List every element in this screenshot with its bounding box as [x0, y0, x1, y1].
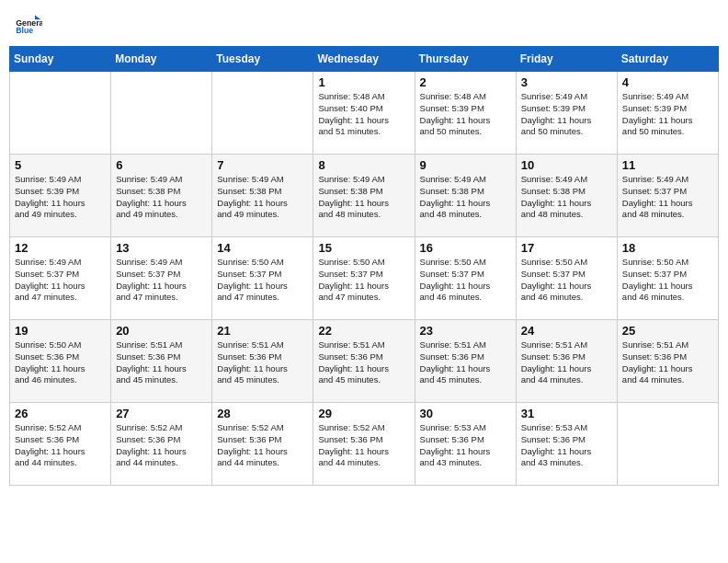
- day-number: 17: [521, 241, 612, 255]
- calendar-cell: 17Sunrise: 5:50 AMSunset: 5:37 PMDayligh…: [516, 237, 617, 320]
- day-number: 22: [318, 324, 409, 338]
- day-info: Sunrise: 5:49 AMSunset: 5:39 PMDaylight:…: [521, 91, 612, 138]
- calendar-cell: 27Sunrise: 5:52 AMSunset: 5:36 PMDayligh…: [111, 403, 212, 486]
- calendar-week-row: 5Sunrise: 5:49 AMSunset: 5:39 PMDaylight…: [10, 155, 719, 237]
- calendar-cell: 10Sunrise: 5:49 AMSunset: 5:38 PMDayligh…: [516, 155, 617, 237]
- day-info: Sunrise: 5:51 AMSunset: 5:36 PMDaylight:…: [116, 339, 207, 386]
- day-info: Sunrise: 5:52 AMSunset: 5:36 PMDaylight:…: [318, 422, 409, 469]
- day-number: 2: [420, 75, 511, 89]
- calendar-week-row: 1Sunrise: 5:48 AMSunset: 5:40 PMDaylight…: [10, 72, 719, 155]
- weekday-header: Friday: [516, 47, 617, 72]
- day-info: Sunrise: 5:48 AMSunset: 5:40 PMDaylight:…: [318, 91, 409, 138]
- calendar-cell: 1Sunrise: 5:48 AMSunset: 5:40 PMDaylight…: [313, 72, 415, 155]
- day-number: 12: [15, 241, 106, 255]
- day-number: 27: [116, 407, 207, 420]
- weekday-header: Thursday: [415, 47, 516, 72]
- calendar-cell: 15Sunrise: 5:50 AMSunset: 5:37 PMDayligh…: [313, 237, 415, 320]
- weekday-header: Wednesday: [313, 47, 415, 72]
- day-number: 9: [420, 158, 511, 172]
- calendar-cell: 25Sunrise: 5:51 AMSunset: 5:36 PMDayligh…: [617, 320, 718, 403]
- calendar-cell: 2Sunrise: 5:48 AMSunset: 5:39 PMDaylight…: [415, 72, 516, 155]
- day-info: Sunrise: 5:48 AMSunset: 5:39 PMDaylight:…: [420, 91, 511, 138]
- day-info: Sunrise: 5:53 AMSunset: 5:36 PMDaylight:…: [521, 422, 612, 469]
- day-number: 4: [622, 75, 713, 89]
- calendar-cell: [617, 403, 718, 486]
- page-header: General Blue: [9, 9, 719, 39]
- day-info: Sunrise: 5:52 AMSunset: 5:36 PMDaylight:…: [15, 422, 106, 469]
- day-info: Sunrise: 5:50 AMSunset: 5:37 PMDaylight:…: [318, 257, 409, 304]
- calendar-cell: 11Sunrise: 5:49 AMSunset: 5:37 PMDayligh…: [617, 155, 718, 237]
- calendar-cell: 3Sunrise: 5:49 AMSunset: 5:39 PMDaylight…: [516, 72, 617, 155]
- calendar-cell: 26Sunrise: 5:52 AMSunset: 5:36 PMDayligh…: [10, 403, 111, 486]
- day-info: Sunrise: 5:49 AMSunset: 5:37 PMDaylight:…: [15, 257, 106, 304]
- svg-text:Blue: Blue: [16, 26, 33, 35]
- calendar-cell: 14Sunrise: 5:50 AMSunset: 5:37 PMDayligh…: [212, 237, 313, 320]
- day-info: Sunrise: 5:51 AMSunset: 5:36 PMDaylight:…: [420, 339, 511, 386]
- day-info: Sunrise: 5:50 AMSunset: 5:37 PMDaylight:…: [521, 257, 612, 304]
- day-number: 15: [318, 241, 409, 255]
- calendar-cell: 5Sunrise: 5:49 AMSunset: 5:39 PMDaylight…: [10, 155, 111, 237]
- logo-icon: General Blue: [13, 9, 42, 39]
- day-info: Sunrise: 5:49 AMSunset: 5:37 PMDaylight:…: [622, 174, 713, 221]
- day-number: 28: [217, 407, 308, 420]
- day-info: Sunrise: 5:50 AMSunset: 5:37 PMDaylight:…: [217, 257, 308, 304]
- calendar-cell: [10, 72, 111, 155]
- calendar-cell: 16Sunrise: 5:50 AMSunset: 5:37 PMDayligh…: [415, 237, 516, 320]
- calendar-cell: 12Sunrise: 5:49 AMSunset: 5:37 PMDayligh…: [10, 237, 111, 320]
- day-number: 24: [521, 324, 612, 338]
- day-info: Sunrise: 5:52 AMSunset: 5:36 PMDaylight:…: [217, 422, 308, 469]
- calendar-cell: 8Sunrise: 5:49 AMSunset: 5:38 PMDaylight…: [313, 155, 415, 237]
- calendar-week-row: 12Sunrise: 5:49 AMSunset: 5:37 PMDayligh…: [10, 237, 719, 320]
- calendar-cell: 4Sunrise: 5:49 AMSunset: 5:39 PMDaylight…: [617, 72, 718, 155]
- weekday-header-row: SundayMondayTuesdayWednesdayThursdayFrid…: [10, 47, 719, 72]
- day-number: 29: [318, 407, 409, 420]
- day-number: 30: [420, 407, 511, 420]
- calendar-cell: 24Sunrise: 5:51 AMSunset: 5:36 PMDayligh…: [516, 320, 617, 403]
- day-number: 8: [318, 158, 409, 172]
- day-number: 7: [217, 158, 308, 172]
- day-number: 14: [217, 241, 308, 255]
- logo: General Blue: [13, 9, 46, 39]
- calendar-week-row: 19Sunrise: 5:50 AMSunset: 5:36 PMDayligh…: [10, 320, 719, 403]
- calendar-cell: 30Sunrise: 5:53 AMSunset: 5:36 PMDayligh…: [415, 403, 516, 486]
- day-number: 5: [15, 158, 106, 172]
- day-number: 19: [15, 324, 106, 338]
- day-info: Sunrise: 5:51 AMSunset: 5:36 PMDaylight:…: [318, 339, 409, 386]
- day-info: Sunrise: 5:50 AMSunset: 5:37 PMDaylight:…: [622, 257, 713, 304]
- day-info: Sunrise: 5:50 AMSunset: 5:37 PMDaylight:…: [420, 257, 511, 304]
- calendar-cell: 21Sunrise: 5:51 AMSunset: 5:36 PMDayligh…: [212, 320, 313, 403]
- day-info: Sunrise: 5:53 AMSunset: 5:36 PMDaylight:…: [420, 422, 511, 469]
- day-number: 18: [622, 241, 713, 255]
- day-info: Sunrise: 5:49 AMSunset: 5:38 PMDaylight:…: [521, 174, 612, 221]
- day-info: Sunrise: 5:49 AMSunset: 5:39 PMDaylight:…: [15, 174, 106, 221]
- calendar-cell: 20Sunrise: 5:51 AMSunset: 5:36 PMDayligh…: [111, 320, 212, 403]
- day-number: 3: [521, 75, 612, 89]
- day-number: 6: [116, 158, 207, 172]
- day-number: 21: [217, 324, 308, 338]
- day-number: 11: [622, 158, 713, 172]
- day-number: 31: [521, 407, 612, 420]
- day-info: Sunrise: 5:49 AMSunset: 5:38 PMDaylight:…: [318, 174, 409, 221]
- day-number: 16: [420, 241, 511, 255]
- day-info: Sunrise: 5:49 AMSunset: 5:38 PMDaylight:…: [217, 174, 308, 221]
- calendar-cell: 7Sunrise: 5:49 AMSunset: 5:38 PMDaylight…: [212, 155, 313, 237]
- calendar-week-row: 26Sunrise: 5:52 AMSunset: 5:36 PMDayligh…: [10, 403, 719, 486]
- calendar: SundayMondayTuesdayWednesdayThursdayFrid…: [9, 46, 719, 486]
- day-number: 13: [116, 241, 207, 255]
- day-number: 20: [116, 324, 207, 338]
- day-number: 25: [622, 324, 713, 338]
- day-info: Sunrise: 5:51 AMSunset: 5:36 PMDaylight:…: [622, 339, 713, 386]
- day-info: Sunrise: 5:49 AMSunset: 5:38 PMDaylight:…: [116, 174, 207, 221]
- calendar-cell: 23Sunrise: 5:51 AMSunset: 5:36 PMDayligh…: [415, 320, 516, 403]
- day-info: Sunrise: 5:52 AMSunset: 5:36 PMDaylight:…: [116, 422, 207, 469]
- calendar-cell: 13Sunrise: 5:49 AMSunset: 5:37 PMDayligh…: [111, 237, 212, 320]
- calendar-cell: [111, 72, 212, 155]
- calendar-cell: [212, 72, 313, 155]
- day-info: Sunrise: 5:51 AMSunset: 5:36 PMDaylight:…: [521, 339, 612, 386]
- calendar-cell: 9Sunrise: 5:49 AMSunset: 5:38 PMDaylight…: [415, 155, 516, 237]
- calendar-cell: 18Sunrise: 5:50 AMSunset: 5:37 PMDayligh…: [617, 237, 718, 320]
- weekday-header: Monday: [111, 47, 212, 72]
- weekday-header: Sunday: [10, 47, 111, 72]
- calendar-cell: 28Sunrise: 5:52 AMSunset: 5:36 PMDayligh…: [212, 403, 313, 486]
- day-info: Sunrise: 5:50 AMSunset: 5:36 PMDaylight:…: [15, 339, 106, 386]
